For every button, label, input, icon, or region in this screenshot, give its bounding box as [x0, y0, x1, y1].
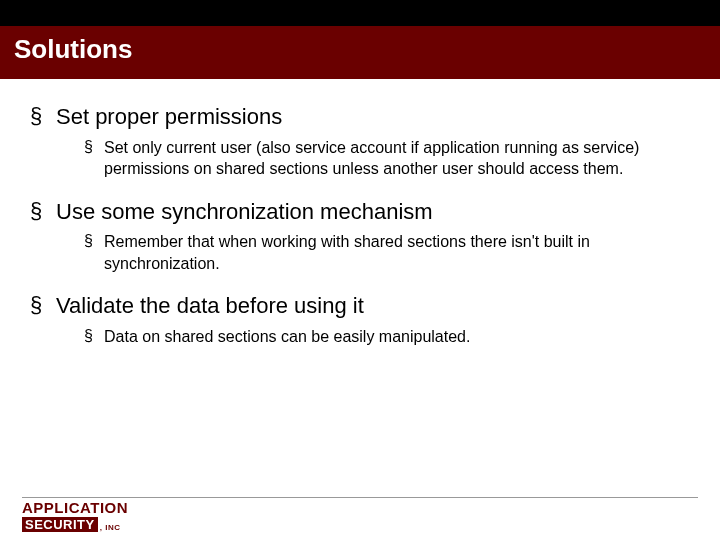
title-bar: Solutions: [0, 26, 720, 79]
bullet-text: Set proper permissions: [56, 103, 690, 131]
bullet-text: Use some synchronization mechanism: [56, 198, 690, 226]
logo: APPLICATION SECURITY, INC: [22, 500, 128, 532]
bullet-text: Validate the data before using it: [56, 292, 690, 320]
logo-line1: APPLICATION: [22, 500, 128, 515]
sub-bullet-item: Remember that when working with shared s…: [84, 231, 690, 274]
sub-bullet-list: Remember that when working with shared s…: [56, 231, 690, 274]
slide: Solutions Set proper permissions Set onl…: [0, 0, 720, 540]
bullet-item: Validate the data before using it Data o…: [30, 292, 690, 347]
sub-bullet-item: Data on shared sections can be easily ma…: [84, 326, 690, 348]
sub-bullet-text: Set only current user (also service acco…: [104, 137, 644, 180]
footer: APPLICATION SECURITY, INC: [0, 497, 720, 540]
footer-divider: [22, 497, 698, 498]
bullet-item: Set proper permissions Set only current …: [30, 103, 690, 180]
slide-title: Solutions: [14, 34, 706, 65]
sub-bullet-list: Data on shared sections can be easily ma…: [56, 326, 690, 348]
sub-bullet-item: Set only current user (also service acco…: [84, 137, 690, 180]
slide-content: Set proper permissions Set only current …: [0, 79, 720, 540]
sub-bullet-list: Set only current user (also service acco…: [56, 137, 690, 180]
sub-bullet-text: Remember that when working with shared s…: [104, 231, 644, 274]
logo-security: SECURITY: [22, 517, 98, 532]
bullet-list: Set proper permissions Set only current …: [30, 103, 690, 347]
sub-bullet-text: Data on shared sections can be easily ma…: [104, 326, 644, 348]
bullet-item: Use some synchronization mechanism Remem…: [30, 198, 690, 275]
top-black-bar: [0, 0, 720, 26]
logo-inc: , INC: [100, 523, 121, 532]
logo-line2: SECURITY, INC: [22, 516, 120, 532]
